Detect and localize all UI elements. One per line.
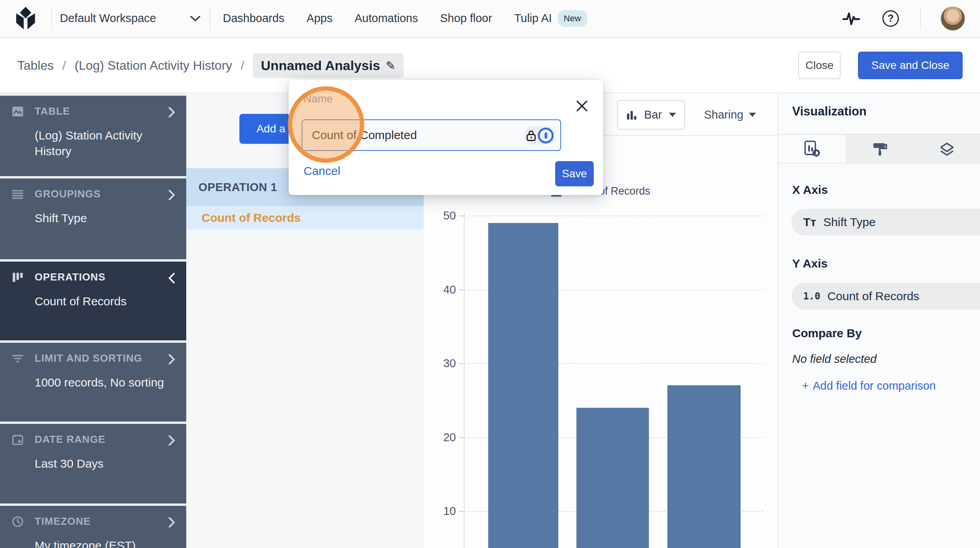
navbar-right: ? (841, 6, 980, 31)
chevron-right-icon (168, 107, 175, 119)
sidebar-section-title: TABLE (35, 105, 70, 117)
visualization-panel: Visualization (778, 93, 980, 548)
y-tick-mark (459, 215, 464, 216)
sharing-label: Sharing (704, 108, 743, 121)
breadcrumb-separator: / (241, 58, 245, 73)
cancel-link[interactable]: Cancel (304, 164, 340, 178)
bar[interactable] (667, 385, 741, 548)
tab-style[interactable] (846, 135, 913, 163)
user-avatar[interactable] (941, 6, 965, 31)
y-axis-field-label: Count of Records (827, 290, 919, 303)
onepassword-icon (538, 128, 554, 143)
y-tick-label: 40 (430, 283, 456, 296)
workspace-selector[interactable]: Default Workspace (52, 0, 209, 37)
analysis-title-editable[interactable]: Unnamed Analysis ✎ (253, 53, 403, 78)
chart-type-dropdown[interactable]: Bar (617, 100, 685, 130)
operation-item-selected[interactable]: Count of Records (186, 206, 424, 230)
calendar-icon (11, 434, 24, 445)
nav-shop-floor[interactable]: Shop floor (440, 12, 492, 25)
navbar-divider (209, 7, 210, 30)
password-manager-widget[interactable] (524, 126, 556, 145)
y-axis-heading: Y Axis (792, 257, 828, 270)
help-icon[interactable]: ? (881, 9, 900, 28)
save-and-close-button[interactable]: Save and Close (858, 52, 963, 79)
bar[interactable] (576, 408, 649, 548)
tulip-logo-icon (14, 6, 37, 31)
y-tick-label: 10 (430, 505, 456, 518)
tulip-logo[interactable] (0, 6, 51, 31)
sidebar-section-limit-sorting[interactable]: LIMIT AND SORTING 1000 records, No sorti… (0, 343, 186, 422)
name-input[interactable] (302, 119, 561, 151)
bar[interactable] (488, 223, 558, 548)
breadcrumb-table-name[interactable]: (Log) Station Activity History (74, 58, 232, 73)
bar-chart: Count of Records 5040302010 (424, 136, 778, 548)
sidebar-section-groupings[interactable]: GROUPINGS Shift Type (0, 178, 186, 259)
y-axis-line (464, 213, 465, 548)
breadcrumb-tables[interactable]: Tables (17, 58, 54, 73)
nav-tulip-ai[interactable]: Tulip AI New (514, 10, 587, 27)
chevron-left-icon (168, 273, 175, 285)
header-actions: Close Save and Close (798, 52, 963, 79)
sidebar-section-timezone[interactable]: TIMEZONE My timezone (EST) (0, 506, 186, 548)
sidebar-section-value: Last 30 Days (35, 456, 175, 474)
compare-by-heading: Compare By (792, 327, 862, 340)
y-tick-mark (459, 511, 464, 512)
clock-icon (11, 516, 24, 527)
tab-layers[interactable] (913, 135, 980, 163)
visualization-tabs (778, 134, 980, 163)
compare-by-empty-text: No field selected (792, 353, 876, 366)
sidebar-section-date-range[interactable]: DATE RANGE Last 30 Days (0, 424, 186, 503)
primary-nav: Dashboards Apps Automations Shop floor T… (223, 10, 587, 27)
name-field-label: Name (304, 93, 333, 105)
nav-apps[interactable]: Apps (306, 12, 332, 25)
add-comparison-field-link[interactable]: + Add field for comparison (802, 379, 936, 392)
sidebar-section-value: (Log) Station Activity History (35, 128, 165, 162)
navbar-divider (920, 7, 921, 30)
gridline (464, 215, 764, 216)
operation-group-label: OPERATION 1 (198, 181, 277, 194)
sharing-dropdown[interactable]: Sharing (704, 100, 756, 130)
sidebar-section-value: Shift Type (35, 210, 175, 228)
sidebar-section-title: DATE RANGE (35, 433, 106, 446)
modal-close-icon[interactable] (575, 99, 589, 113)
analysis-title: Unnamed Analysis (261, 58, 380, 73)
nav-dashboards[interactable]: Dashboards (223, 12, 284, 25)
y-tick-mark (459, 437, 464, 438)
sidebar-section-operations[interactable]: OPERATIONS Count of Records (0, 262, 186, 340)
y-axis-field-pill[interactable]: 1.0 Count of Records (791, 283, 980, 310)
number-type-icon: 1.0 (803, 291, 820, 302)
close-button[interactable]: Close (798, 52, 841, 79)
y-tick-mark (459, 290, 464, 290)
filter-icon (11, 353, 24, 364)
lock-icon (526, 130, 536, 141)
analytics-editor-app: Default Workspace Dashboards Apps Automa… (0, 0, 980, 548)
add-comparison-field-label: Add field for comparison (813, 379, 936, 392)
sidebar-section-value: Count of Records (35, 294, 175, 312)
tab-chart-settings[interactable] (778, 135, 846, 163)
caret-down-icon (669, 113, 676, 117)
chevron-down-icon (190, 15, 201, 22)
breadcrumb-separator: / (63, 58, 66, 73)
x-axis-heading: X Axis (792, 183, 828, 197)
y-tick-label: 30 (430, 357, 456, 370)
plus-icon: + (802, 379, 809, 392)
x-axis-field-pill[interactable]: Tт Shift Type (791, 209, 980, 236)
nav-tulip-ai-label: Tulip AI (514, 12, 552, 25)
y-tick-label: 50 (430, 209, 456, 222)
sidebar-section-table[interactable]: TABLE (Log) Station Activity History (0, 96, 186, 176)
y-tick-mark (459, 363, 464, 364)
sidebar-section-title: TIMEZONE (35, 515, 91, 528)
save-button[interactable]: Save (555, 161, 594, 186)
rows-icon (11, 189, 24, 199)
caret-down-icon (749, 113, 756, 117)
activity-icon[interactable] (841, 9, 861, 28)
image-icon (11, 106, 24, 117)
sidebar-section-value: 1000 records, No sorting (35, 375, 175, 393)
layers-icon (938, 140, 956, 158)
sidebar-section-title: GROUPINGS (35, 188, 101, 200)
nav-automations[interactable]: Automations (354, 12, 418, 25)
x-axis-field-label: Shift Type (823, 215, 876, 229)
edit-pencil-icon: ✎ (385, 59, 395, 72)
paint-roller-icon (871, 141, 888, 157)
chart-type-label: Bar (644, 108, 662, 121)
